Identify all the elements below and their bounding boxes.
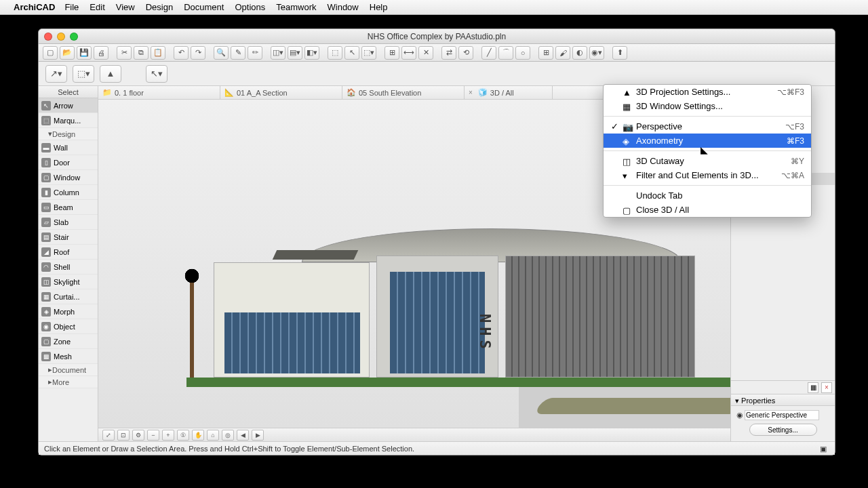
orbit-icon[interactable]: ⤢ bbox=[102, 430, 115, 441]
line-icon[interactable]: ╱ bbox=[481, 46, 496, 60]
arrow-icon[interactable]: ↖ bbox=[344, 46, 359, 60]
tool-door[interactable]: ▯Door bbox=[39, 155, 98, 170]
tool-slab[interactable]: ▱Slab bbox=[39, 215, 98, 230]
dimension-icon[interactable]: ⟷ bbox=[401, 46, 416, 60]
arc-icon[interactable]: ⌒ bbox=[498, 46, 513, 60]
menu-help[interactable]: Help bbox=[370, 2, 388, 12]
ctx-perspective[interactable]: ✓📷Perspective⌥F3 bbox=[604, 119, 811, 134]
edit-icon[interactable]: ✏ bbox=[248, 46, 262, 60]
toolbox-more-group[interactable]: ▸ More bbox=[39, 376, 98, 388]
style-icon[interactable]: ◉▾ bbox=[589, 46, 604, 60]
copy-icon[interactable]: ⧉ bbox=[134, 46, 149, 60]
options-icon[interactable]: ⚙ bbox=[132, 430, 144, 441]
tool-skylight[interactable]: ◫Skylight bbox=[39, 274, 98, 289]
ctx-3d-window-settings[interactable]: ▦3D Window Settings... bbox=[604, 99, 811, 113]
new-file-icon[interactable]: ▢ bbox=[43, 46, 58, 60]
home-icon[interactable]: ⌂ bbox=[207, 430, 219, 441]
tab-3d[interactable]: ×🧊3D / All bbox=[465, 86, 553, 99]
cursor-icon[interactable]: ↖▾ bbox=[146, 65, 167, 83]
measure-icon[interactable]: ✎ bbox=[231, 46, 245, 60]
app-name[interactable]: ArchiCAD bbox=[14, 2, 55, 12]
marquee-mode-icon[interactable]: ⬚▾ bbox=[73, 65, 94, 83]
menu-design[interactable]: Design bbox=[146, 2, 173, 12]
menu-options[interactable]: Options bbox=[235, 2, 265, 12]
pan-icon[interactable]: ✋ bbox=[192, 430, 204, 441]
tool-arrow[interactable]: ↖Arrow bbox=[39, 98, 98, 113]
menu-view[interactable]: View bbox=[116, 2, 135, 12]
grid-icon[interactable]: ⊞ bbox=[538, 46, 553, 60]
tab-elevation[interactable]: 🏠05 South Elevation bbox=[342, 86, 465, 99]
status-icon[interactable]: ▣ bbox=[820, 442, 829, 455]
ctx-3d-projection-settings[interactable]: ▲3D Projection Settings...⌥⌘F3 bbox=[604, 85, 811, 99]
toolbox-document-group[interactable]: ▸ Document bbox=[39, 364, 98, 376]
tool-object[interactable]: ◉Object bbox=[39, 319, 98, 334]
fit-icon[interactable]: ⊡ bbox=[117, 430, 130, 441]
target-icon[interactable]: ◎ bbox=[222, 430, 234, 441]
elevation-icon: 🏠 bbox=[347, 88, 356, 97]
ctx-axonometry[interactable]: ◈Axonometry⌘F3 bbox=[604, 134, 811, 148]
selection-mode-icon[interactable]: ↗▾ bbox=[45, 65, 67, 83]
tool-mesh[interactable]: ▩Mesh bbox=[39, 349, 98, 364]
marquee-icon[interactable]: ⬚▾ bbox=[361, 46, 376, 60]
nav-close-icon[interactable]: × bbox=[821, 382, 832, 393]
cut-icon[interactable]: ✂ bbox=[117, 46, 132, 60]
zoomin-icon[interactable]: + bbox=[162, 430, 174, 441]
properties-header[interactable]: ▾ Properties bbox=[731, 394, 835, 406]
material-icon[interactable]: ◧▾ bbox=[304, 46, 319, 60]
tab-section[interactable]: 📐01 A_A Section bbox=[220, 86, 342, 99]
tab-floor[interactable]: 📁0. 1 floor bbox=[98, 86, 220, 99]
ctx-filter-cut[interactable]: ▾Filter and Cut Elements in 3D...⌥⌘A bbox=[604, 168, 811, 182]
menu-teamwork[interactable]: Teamwork bbox=[276, 2, 316, 12]
next-view-icon[interactable]: ▶ bbox=[252, 430, 264, 441]
mirror-icon[interactable]: ⇄ bbox=[441, 46, 456, 60]
perspective-icon: 📷 bbox=[623, 122, 632, 131]
magic-wand-icon[interactable]: ▲ bbox=[100, 65, 121, 83]
tool-morph[interactable]: ◈Morph bbox=[39, 304, 98, 319]
settings-button[interactable]: Settings... bbox=[749, 424, 817, 436]
ctx-3d-cutaway[interactable]: ◫3D Cutaway⌘Y bbox=[604, 154, 811, 168]
ctx-undock-tab[interactable]: Undock Tab bbox=[604, 188, 811, 203]
prop-value-input[interactable] bbox=[745, 410, 819, 420]
tool-curtainwall[interactable]: ▦Curtai... bbox=[39, 289, 98, 304]
color-icon[interactable]: 🖌 bbox=[555, 46, 570, 60]
zoomout-icon[interactable]: − bbox=[147, 430, 159, 441]
crop-icon[interactable]: ✕ bbox=[418, 46, 433, 60]
rotate-icon[interactable]: ⟲ bbox=[458, 46, 473, 60]
tool-marquee[interactable]: ⬚Marqu... bbox=[39, 113, 98, 128]
prev-view-icon[interactable]: ◀ bbox=[237, 430, 249, 441]
ctx-close-3d[interactable]: ▢Close 3D / All bbox=[604, 203, 811, 217]
toolbox-design-header[interactable]: ▾ Design bbox=[39, 128, 98, 140]
menu-document[interactable]: Document bbox=[184, 2, 224, 12]
menu-edit[interactable]: Edit bbox=[90, 2, 104, 12]
tool-wall[interactable]: ▬Wall bbox=[39, 140, 98, 155]
redo-icon[interactable]: ↷ bbox=[191, 46, 205, 60]
save-icon[interactable]: 💾 bbox=[77, 46, 92, 60]
tool-beam[interactable]: ▭Beam bbox=[39, 200, 98, 215]
undo-icon[interactable]: ↶ bbox=[174, 46, 189, 60]
layer-icon[interactable]: ◫▾ bbox=[271, 46, 285, 60]
tool-zone[interactable]: ▢Zone bbox=[39, 334, 98, 349]
macos-menubar[interactable]: ArchiCAD File Edit View Design Document … bbox=[0, 0, 868, 15]
render-icon[interactable]: ◐ bbox=[572, 46, 587, 60]
menu-window[interactable]: Window bbox=[328, 2, 359, 12]
close-icon: ▢ bbox=[623, 205, 632, 215]
open-file-icon[interactable]: 📂 bbox=[60, 46, 75, 60]
publish-icon[interactable]: ⬆ bbox=[612, 46, 627, 60]
trace-icon[interactable]: ⊞ bbox=[384, 46, 399, 60]
zoom100-icon[interactable]: ① bbox=[177, 430, 189, 441]
select-icon[interactable]: ⬚ bbox=[328, 46, 342, 60]
tool-roof[interactable]: ◢Roof bbox=[39, 245, 98, 260]
zoom-icon[interactable]: 🔍 bbox=[214, 46, 229, 60]
circle-icon[interactable]: ○ bbox=[515, 46, 530, 60]
paste-icon[interactable]: 📋 bbox=[151, 46, 165, 60]
tab-close-icon[interactable]: × bbox=[469, 89, 473, 96]
tool-shell[interactable]: ◠Shell bbox=[39, 260, 98, 274]
tool-stair[interactable]: ▤Stair bbox=[39, 230, 98, 245]
print-icon[interactable]: 🖨 bbox=[94, 46, 108, 60]
menu-file[interactable]: File bbox=[64, 2, 79, 12]
tool-column[interactable]: ▮Column bbox=[39, 185, 98, 200]
fill-icon[interactable]: ▤▾ bbox=[288, 46, 302, 60]
titlebar[interactable]: NHS Office Complex by PAAstudio.pln bbox=[39, 29, 835, 44]
tool-window[interactable]: ▢Window bbox=[39, 170, 98, 185]
nav-settings-icon[interactable]: ▦ bbox=[808, 382, 818, 393]
